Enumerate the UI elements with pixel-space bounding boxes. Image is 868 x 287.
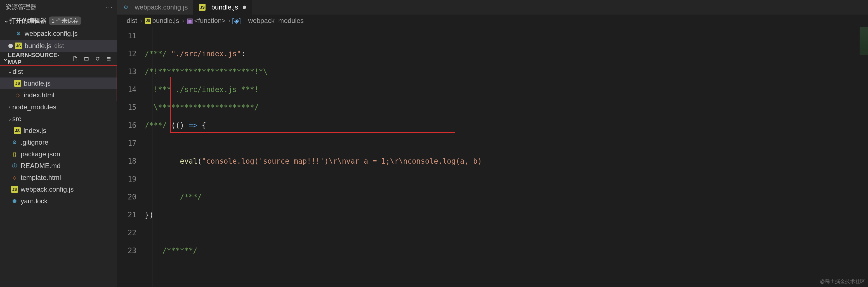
modified-dot-icon <box>8 44 13 48</box>
symbol-icon: [◈] <box>234 18 240 24</box>
breadcrumb-part[interactable]: __webpack_modules__ <box>241 17 311 25</box>
file-label: yarn.lock <box>21 197 48 205</box>
html-icon: ◇ <box>14 92 21 98</box>
unsaved-badge: 1 个未保存 <box>49 17 82 25</box>
js-icon: JS <box>11 186 18 193</box>
explorer-title: 资源管理器 <box>6 3 106 11</box>
chevron-down-icon: ⌄ <box>3 18 9 24</box>
tab-bar: ⚙ webpack.config.js JS bundle.js <box>117 0 868 15</box>
chevron-right-icon: › <box>228 17 231 25</box>
json-icon: {} <box>11 151 18 157</box>
code-content[interactable]: /***/ "./src/index.js": /*!*************… <box>145 27 860 287</box>
watermark: @稀土掘金技术社区 <box>820 278 865 285</box>
chevron-down-icon: ⌄ <box>7 116 12 122</box>
chevron-down-icon: ⌄ <box>7 69 12 75</box>
open-editors-section[interactable]: ⌄ 打开的编辑器 1 个未保存 <box>0 14 117 27</box>
gear-icon: ⚙ <box>122 4 129 11</box>
chevron-right-icon: › <box>140 17 142 25</box>
gear-icon: ⚙ <box>15 30 22 37</box>
chevron-down-icon: ⌄ <box>3 55 8 62</box>
code-editor[interactable]: 111213 141516 171819 202122 23 /***/ "./… <box>117 27 868 287</box>
file-desc: dist <box>54 42 64 50</box>
open-editor-item[interactable]: JS bundle.js dist <box>0 40 117 52</box>
file-index-js[interactable]: JS index.js <box>0 125 117 137</box>
project-actions <box>71 55 117 63</box>
line-gutter: 111213 141516 171819 202122 23 <box>117 27 145 287</box>
folder-node-modules[interactable]: › node_modules <box>0 101 117 113</box>
js-icon: JS <box>14 127 21 134</box>
breadcrumb[interactable]: dist › JS bundle.js › ▣ <function> › [◈]… <box>117 15 868 27</box>
minimap[interactable] <box>860 27 868 287</box>
folder-label: src <box>12 115 21 123</box>
js-icon: JS <box>14 80 21 87</box>
lock-icon: ⬢ <box>11 198 18 204</box>
file-label: bundle.js <box>24 80 51 87</box>
file-label: webpack.config.js <box>21 185 73 193</box>
js-icon: JS <box>145 18 151 24</box>
collapse-icon[interactable] <box>105 55 113 63</box>
breadcrumb-part[interactable]: <function> <box>194 17 225 25</box>
file-template-html[interactable]: ◇ template.html <box>0 172 117 183</box>
project-section[interactable]: ⌄ LEARN-SOURCE-MAP <box>0 52 117 65</box>
tab-webpack-config[interactable]: ⚙ webpack.config.js <box>117 0 193 15</box>
breadcrumb-part[interactable]: bundle.js <box>152 17 179 25</box>
file-label: bundle.js <box>25 42 52 50</box>
html-icon: ◇ <box>11 174 18 181</box>
folder-label: dist <box>12 68 23 76</box>
file-index-html[interactable]: ◇ index.html <box>0 89 117 101</box>
tab-label: bundle.js <box>211 3 238 11</box>
new-folder-icon[interactable] <box>83 55 90 63</box>
open-editor-item[interactable]: ⚙ webpack.config.js <box>0 27 117 40</box>
open-editors-label: 打开的编辑器 <box>9 17 46 25</box>
file-readme[interactable]: ⓘ README.md <box>0 160 117 172</box>
file-label: index.html <box>24 91 54 99</box>
folder-label: node_modules <box>12 103 56 111</box>
file-label: README.md <box>21 162 61 170</box>
info-icon: ⓘ <box>11 163 18 169</box>
highlight-box: ⌄ dist JS bundle.js ◇ index.html <box>0 65 117 101</box>
file-label: .gitignore <box>21 139 49 146</box>
file-label: package.json <box>21 150 60 158</box>
file-bundle-js[interactable]: JS bundle.js <box>0 78 117 89</box>
breadcrumb-part[interactable]: dist <box>127 17 137 25</box>
chevron-right-icon: › <box>182 17 184 25</box>
new-file-icon[interactable] <box>71 55 79 63</box>
file-package-json[interactable]: {} package.json <box>0 148 117 160</box>
refresh-icon[interactable] <box>94 55 101 63</box>
folder-dist[interactable]: ⌄ dist <box>0 66 117 78</box>
chevron-right-icon: › <box>7 105 12 110</box>
file-label: index.js <box>24 127 46 135</box>
sidebar: 资源管理器 ··· ⌄ 打开的编辑器 1 个未保存 ⚙ webpack.conf… <box>0 0 117 287</box>
modified-dot-icon <box>243 6 246 9</box>
folder-src[interactable]: ⌄ src <box>0 113 117 125</box>
cube-icon: ▣ <box>187 18 193 24</box>
gear-icon: ⚙ <box>11 139 18 146</box>
more-icon[interactable]: ··· <box>106 3 113 11</box>
file-yarn-lock[interactable]: ⬢ yarn.lock <box>0 195 117 207</box>
file-label: template.html <box>21 174 61 181</box>
editor-area: ⚙ webpack.config.js JS bundle.js dist › … <box>117 0 868 287</box>
file-label: webpack.config.js <box>25 30 78 37</box>
file-gitignore[interactable]: ⚙ .gitignore <box>0 137 117 148</box>
js-icon: JS <box>199 4 206 11</box>
project-name: LEARN-SOURCE-MAP <box>8 52 71 66</box>
explorer-header: 资源管理器 ··· <box>0 0 117 14</box>
js-icon: JS <box>15 42 22 49</box>
file-webpack-config[interactable]: JS webpack.config.js <box>0 183 117 195</box>
tab-label: webpack.config.js <box>135 3 188 11</box>
tab-bundle-js[interactable]: JS bundle.js <box>193 0 251 15</box>
modified-placeholder <box>8 31 13 36</box>
